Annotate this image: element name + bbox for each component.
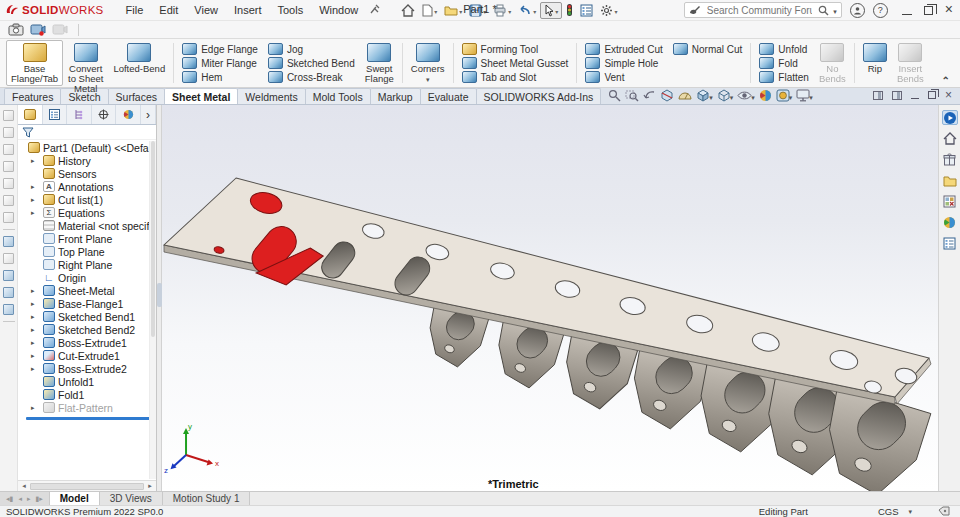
corners-button[interactable]: Corners [406, 40, 450, 86]
hide-show-items-icon[interactable] [737, 90, 755, 102]
tree-vertical-scrollbar[interactable] [149, 141, 156, 479]
previous-tab-button[interactable] [16, 495, 24, 503]
sketch-view-icon[interactable] [3, 236, 14, 247]
feature-tree-tab[interactable] [18, 105, 43, 124]
last-tab-button[interactable] [33, 495, 44, 503]
apply-scene-icon[interactable] [776, 89, 793, 102]
show-feature-pane-icon[interactable] [873, 91, 883, 100]
expand-arrow-icon[interactable] [31, 180, 35, 193]
tree-item-cut-list[interactable]: Cut list(1) [18, 193, 156, 206]
expand-arrow-icon[interactable] [31, 297, 35, 310]
tree-item-history[interactable]: History [18, 154, 156, 167]
configuration-manager-tab[interactable] [67, 105, 92, 124]
paste-appearance-icon[interactable] [3, 304, 14, 315]
tree-item-unfold1[interactable]: Unfold1 [18, 375, 156, 388]
menu-window[interactable]: Window [311, 2, 366, 18]
fold-button[interactable]: Fold [756, 56, 812, 70]
tab-motion-study[interactable]: Motion Study 1 [163, 492, 251, 505]
tab-features[interactable]: Features [4, 88, 61, 104]
file-explorer-icon[interactable] [942, 173, 958, 188]
custom-properties-icon[interactable] [942, 236, 958, 251]
dimxpert-manager-tab[interactable] [92, 105, 117, 124]
next-tab-button[interactable] [25, 495, 33, 503]
tree-item-right-plane[interactable]: Right Plane [18, 258, 156, 271]
threedexperience-icon[interactable] [942, 110, 958, 125]
performance-pipeline-button[interactable] [563, 2, 576, 19]
tab-and-slot-button[interactable]: Tab and Slot [459, 70, 572, 84]
tree-item-top-plane[interactable]: Top Plane [18, 245, 156, 258]
tab-weldments[interactable]: Weldments [237, 88, 305, 104]
sheet-metal-gusset-button[interactable]: Sheet Metal Gusset [459, 56, 572, 70]
display-style-dropdown[interactable] [730, 90, 734, 102]
tree-item-origin[interactable]: Origin [18, 271, 156, 284]
corners-dropdown[interactable] [426, 74, 430, 84]
expand-arrow-icon[interactable] [31, 310, 35, 323]
view-orientation-icon[interactable] [696, 89, 713, 102]
edge-flange-button[interactable]: Edge Flange [179, 42, 261, 56]
sketched-bend-button[interactable]: Sketched Bend [265, 56, 358, 70]
expand-arrow-icon[interactable] [31, 284, 35, 297]
view-orientation-cube-icon[interactable] [3, 110, 14, 121]
view-orientation-cube-icon[interactable] [3, 195, 14, 206]
open-document-dropdown[interactable] [458, 4, 462, 16]
options-dropdown[interactable] [613, 4, 617, 16]
menu-insert[interactable]: Insert [226, 2, 270, 18]
view-settings-dropdown[interactable] [809, 90, 813, 102]
minimize-button[interactable] [902, 6, 912, 15]
home-button[interactable] [398, 2, 418, 19]
tree-item-sensors[interactable]: Sensors [18, 167, 156, 180]
tree-item-material[interactable]: Material <not specified> [18, 219, 156, 232]
undo-button[interactable] [515, 2, 539, 19]
view-settings-icon[interactable] [796, 89, 813, 102]
hide-show-dropdown[interactable] [751, 90, 755, 102]
tags-icon[interactable] [938, 506, 950, 517]
community-search-input[interactable] [705, 4, 814, 17]
select-button[interactable] [540, 2, 562, 19]
show-task-pane-icon[interactable] [892, 91, 902, 100]
tab-mold-tools[interactable]: Mold Tools [305, 88, 371, 104]
undo-dropdown[interactable] [532, 4, 536, 16]
tab-markup[interactable]: Markup [370, 88, 421, 104]
search-icon[interactable] [818, 5, 829, 16]
screenshot-camera-icon[interactable] [8, 23, 24, 36]
section-view-icon[interactable] [660, 89, 674, 102]
normal-to-icon[interactable] [3, 253, 14, 264]
scroll-right-arrow[interactable] [145, 482, 155, 490]
flatten-button[interactable]: Flatten [756, 70, 812, 84]
first-tab-button[interactable] [4, 495, 15, 503]
tab-model[interactable]: Model [50, 492, 100, 505]
tab-solidworks-addins[interactable]: SOLIDWORKS Add-Ins [476, 88, 602, 104]
new-document-button[interactable] [419, 2, 440, 19]
new-document-dropdown[interactable] [433, 4, 437, 16]
tab-3d-views[interactable]: 3D Views [100, 492, 163, 505]
simple-hole-button[interactable]: Simple Hole [582, 56, 665, 70]
select-dropdown[interactable] [554, 4, 558, 16]
display-manager-tab[interactable] [116, 105, 141, 124]
expand-arrow-icon[interactable] [31, 323, 35, 336]
tree-item-cut-extrude1[interactable]: Cut-Extrude1 [18, 349, 156, 362]
scrollbar-thumb[interactable] [30, 483, 144, 490]
open-document-button[interactable] [441, 2, 465, 19]
expand-arrow-icon[interactable] [31, 206, 35, 219]
graphics-viewport[interactable]: y x z *Trimetric [162, 105, 938, 491]
expand-arrow-icon[interactable] [31, 154, 35, 167]
tree-item-equations[interactable]: Equations [18, 206, 156, 219]
options-button[interactable] [597, 2, 620, 19]
isometric-view-icon[interactable] [3, 212, 14, 223]
apply-scene-dropdown[interactable] [789, 90, 793, 102]
zoom-to-fit-icon[interactable] [608, 89, 621, 102]
scroll-left-arrow[interactable] [19, 482, 29, 490]
tab-evaluate[interactable]: Evaluate [420, 88, 477, 104]
pin-menu-icon[interactable] [368, 4, 382, 16]
doc-close-button[interactable] [945, 89, 952, 101]
doc-restore-button[interactable] [928, 91, 936, 99]
properties-button[interactable] [577, 2, 596, 19]
tree-item-boss-extrude2[interactable]: Boss-Extrude2 [18, 362, 156, 375]
expand-arrow-icon[interactable] [31, 336, 35, 349]
menu-tools[interactable]: Tools [269, 2, 311, 18]
view-orientation-cube-icon[interactable] [3, 161, 14, 172]
tree-horizontal-scrollbar[interactable] [18, 480, 156, 491]
print-dropdown[interactable] [507, 4, 511, 16]
restore-button[interactable] [924, 6, 933, 15]
fm-tabs-overflow[interactable] [141, 105, 156, 124]
